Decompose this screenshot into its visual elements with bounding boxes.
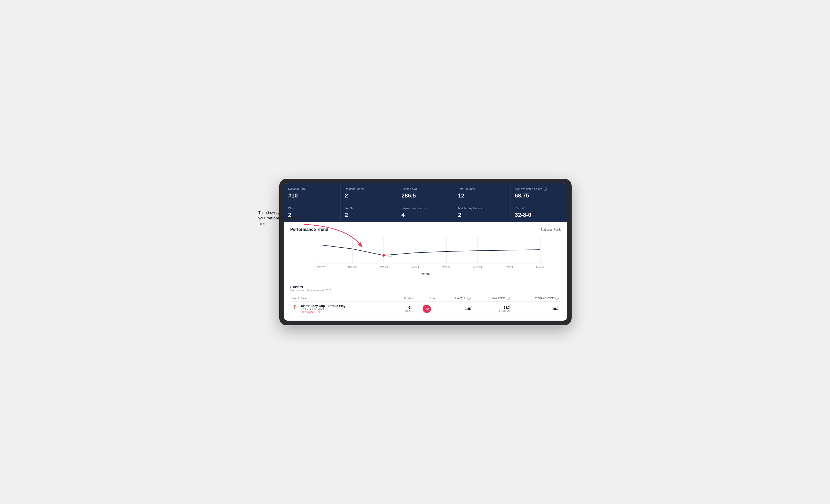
col-score: Score (416, 295, 438, 302)
stat-label-national-rank: National Rank (288, 187, 336, 191)
stat-record: Record 32-8-0 (511, 203, 567, 222)
golf-icon: 🏌 (292, 305, 297, 310)
svg-text:FEB 24: FEB 24 (442, 266, 450, 268)
info-icon-total-points[interactable]: i (507, 297, 510, 300)
col-event-sg: Event SG i (438, 295, 473, 302)
svg-text:JAN 24: JAN 24 (411, 266, 419, 268)
total-rounds-value: 3 Rounds (475, 309, 510, 312)
stat-value-scoring-avg: 286.5 (402, 192, 449, 199)
event-sg-value: 0.45 (438, 302, 473, 316)
events-section: Events Last updated: 24th November 2023 … (284, 280, 567, 321)
stat-regional-rank: Regional Rank 2 (341, 183, 397, 203)
performance-section: Performance Trend National Rank (284, 222, 567, 280)
stat-avg-weighted: Avg. Weighted Points i 68.75 (511, 183, 567, 203)
stat-label-record: Record (515, 206, 563, 210)
score-badge: -22 (422, 305, 431, 313)
svg-text:DEC 23: DEC 23 (380, 266, 388, 268)
weighted-points-value: 28.3 (512, 302, 561, 316)
total-points-cell: 28.3 3 Rounds (473, 302, 512, 316)
event-name-cell: 🏌 Buster Cozy Cup – Stroke Play Oct 9 – … (290, 302, 392, 316)
event-date: Oct 9 – Oct 10, 2023 (300, 308, 345, 311)
stat-value-avg-weighted: 68.75 (515, 192, 563, 199)
info-icon-avg-weighted[interactable]: i (544, 188, 547, 191)
position-main: 6th (394, 305, 413, 309)
event-position: 6th out of 7 (392, 302, 416, 316)
stat-national-rank: National Rank #10 (284, 183, 340, 203)
tablet-screen: National Rank #10 Regional Rank 2 Scorin… (284, 183, 567, 321)
performance-title: Performance Trend (290, 227, 328, 232)
svg-point-10 (382, 254, 385, 257)
svg-text:MAY 24: MAY 24 (536, 266, 544, 268)
stats-grid-row1: National Rank #10 Regional Rank 2 Scorin… (284, 183, 567, 203)
svg-text:MAR 24: MAR 24 (474, 266, 482, 268)
svg-text:NOV 23: NOV 23 (348, 266, 356, 268)
stat-total-rounds: Total Rounds 12 (454, 183, 510, 203)
col-weighted-points: Weighted Points i (512, 295, 561, 302)
total-points-value: 28.3 (475, 306, 510, 309)
stat-label-scoring-avg: Scoring Avg. (402, 187, 449, 191)
stat-match-play: Match Play Events 2 (454, 203, 510, 222)
performance-chart: #10 OCT 23 NOV 23 DEC 23 JAN 24 FEB 24 M… (290, 235, 561, 271)
info-icon-event-sg[interactable]: i (468, 297, 471, 300)
annotation-text: This shows you your National Rank trend … (258, 210, 311, 227)
event-name: Buster Cozy Cup – Stroke Play (300, 304, 345, 308)
annotation-line1: This shows you (258, 210, 283, 215)
table-row: 🏌 Buster Cozy Cup – Stroke Play Oct 9 – … (290, 302, 561, 316)
info-icon-weighted-points[interactable]: i (555, 297, 558, 300)
chart-x-title: Months (290, 272, 561, 275)
performance-subtitle: National Rank (541, 228, 561, 231)
stat-label-avg-weighted: Avg. Weighted Points i (515, 187, 563, 191)
stat-value-total-rounds: 12 (458, 192, 506, 199)
performance-header: Performance Trend National Rank (290, 227, 561, 232)
stat-scoring-avg: Scoring Avg. 286.5 (397, 183, 454, 203)
stat-value-stroke-play: 4 (402, 211, 449, 219)
tablet-frame: National Rank #10 Regional Rank 2 Scorin… (279, 179, 572, 326)
stat-top3s: Top 3s 2 (341, 203, 397, 222)
rank-impact: Rank Impact: 3 ▼ (300, 311, 345, 313)
table-header-row: Event Name Position Score Event SG i (290, 295, 561, 302)
stat-label-stroke-play: Stroke Play Events (402, 206, 449, 210)
stat-value-regional-rank: 2 (345, 192, 393, 199)
annotation-bold: National Rank (266, 216, 291, 220)
stat-label-total-rounds: Total Rounds (458, 187, 506, 191)
stat-label-match-play: Match Play Events (458, 206, 506, 210)
col-position: Position (392, 295, 416, 302)
stat-value-national-rank: #10 (288, 192, 336, 199)
stat-stroke-play: Stroke Play Events 4 (397, 203, 454, 222)
svg-text:APR 24: APR 24 (505, 266, 513, 268)
stat-value-match-play: 2 (458, 211, 506, 219)
position-sub: out of 7 (394, 309, 413, 312)
stat-value-top3s: 2 (345, 211, 393, 219)
col-event-name: Event Name (290, 295, 392, 302)
col-total-points: Total Points i (473, 295, 512, 302)
annotation-line2: your (258, 216, 266, 220)
event-score: -22 (416, 302, 438, 316)
svg-text:OCT 23: OCT 23 (317, 266, 325, 268)
stats-grid-row2: Wins 2 Top 3s 2 Stroke Play Events 4 Mat… (284, 203, 567, 222)
chart-container: #10 OCT 23 NOV 23 DEC 23 JAN 24 FEB 24 M… (290, 235, 561, 275)
stat-label-regional-rank: Regional Rank (345, 187, 393, 191)
stat-value-record: 32-8-0 (515, 211, 563, 219)
svg-text:#10: #10 (388, 254, 392, 257)
page-container: This shows you your National Rank trend … (258, 179, 572, 326)
events-title: Events (290, 284, 561, 289)
stat-label-wins: Wins (288, 206, 336, 210)
events-last-updated: Last updated: 24th November 2023 (290, 289, 561, 292)
events-table: Event Name Position Score Event SG i (290, 295, 561, 316)
stat-label-top3s: Top 3s (345, 206, 393, 210)
